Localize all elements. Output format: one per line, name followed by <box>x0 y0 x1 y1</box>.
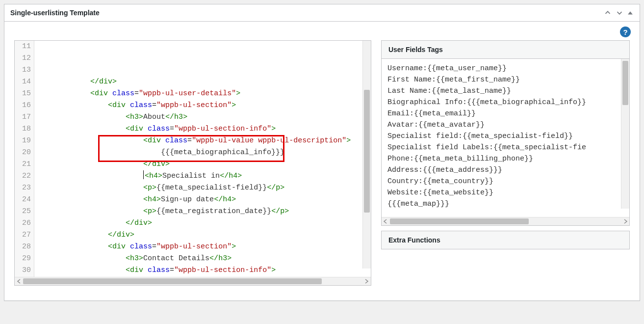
panel-title: Single-userlisting Template <box>10 9 100 17</box>
line-number: 24 <box>18 194 31 206</box>
panel-body: ? 11121314151617181920212223242526272829… <box>4 22 640 300</box>
line-number-gutter: 1112131415161718192021222324252627282930… <box>15 41 34 277</box>
line-number: 15 <box>18 88 31 100</box>
line-number: 22 <box>18 170 31 182</box>
scrollbar-thumb[interactable] <box>23 278 322 284</box>
editor-vertical-scrollbar[interactable] <box>362 41 371 269</box>
code-line[interactable]: <div class="wppb-ul-value wppb-ul-descri… <box>37 135 368 147</box>
user-fields-tags-header[interactable]: User Fields Tags <box>382 41 629 59</box>
move-up-icon[interactable] <box>603 8 612 17</box>
code-line[interactable]: <div class="wppb-ul-section"> <box>37 241 368 253</box>
code-line[interactable]: <p>{{meta_registration_date}}</p> <box>37 206 368 217</box>
template-panel: Single-userlisting Template ? 1112131415… <box>4 4 640 301</box>
help-icon[interactable]: ? <box>620 27 631 37</box>
code-line[interactable]: </div> <box>37 76 368 88</box>
scroll-left-icon[interactable] <box>15 277 23 286</box>
line-number: 27 <box>18 229 31 241</box>
field-tag-line[interactable]: {{{meta_map}}} <box>387 198 629 210</box>
line-number: 23 <box>18 182 31 194</box>
field-tag-line[interactable]: Address:{{{meta_address}}} <box>387 164 629 176</box>
field-tag-line[interactable]: Specialist field:{{meta_specialist-field… <box>387 131 629 142</box>
code-line[interactable]: <p>{{meta_specialist-field}}</p> <box>37 182 368 194</box>
line-number: 28 <box>18 241 31 253</box>
code-line[interactable]: </div> <box>37 217 368 229</box>
editor-horizontal-scrollbar[interactable] <box>15 277 371 285</box>
code-line[interactable]: <h4>Sign-up date</h4> <box>37 194 368 206</box>
code-line[interactable]: <div class="wppb-ul-section-info"> <box>37 123 368 135</box>
line-number: 30 <box>18 265 31 276</box>
line-number: 20 <box>18 147 31 159</box>
field-tag-line[interactable]: Biographical Info:{{{meta_biographical_i… <box>387 97 629 108</box>
line-number: 19 <box>18 135 31 147</box>
line-number: 21 <box>18 159 31 170</box>
user-fields-tags-body[interactable]: Username:{{meta_user_name}}First Name:{{… <box>382 59 629 217</box>
field-tag-line[interactable]: First Name:{{meta_first_name}} <box>387 74 629 85</box>
tags-horizontal-scrollbar[interactable] <box>382 217 629 225</box>
scroll-right-icon[interactable] <box>362 277 371 286</box>
code-line[interactable]: <div class="wppb-ul-section-info"> <box>37 265 368 276</box>
scroll-right-icon[interactable] <box>621 217 629 226</box>
line-number: 18 <box>18 123 31 135</box>
code-body[interactable]: </div> <div class="wppb-ul-user-details"… <box>34 41 371 277</box>
line-number: 11 <box>18 41 31 53</box>
field-tag-line[interactable]: Email:{{meta_email}} <box>387 108 629 119</box>
code-line[interactable]: {{{meta_biographical_info}}} <box>37 147 368 159</box>
line-number: 26 <box>18 217 31 229</box>
field-tag-line[interactable]: Avatar:{{meta_avatar}} <box>387 119 629 131</box>
tags-vertical-scrollbar[interactable] <box>621 59 629 209</box>
field-tag-line[interactable]: Country:{{meta_country}} <box>387 176 629 187</box>
code-line[interactable]: <div class="wppb-ul-user-details"> <box>37 88 368 100</box>
scrollbar-thumb[interactable] <box>622 61 628 105</box>
collapse-toggle-icon[interactable] <box>627 9 634 16</box>
user-fields-tags-panel: User Fields Tags Username:{{meta_user_na… <box>381 40 630 226</box>
field-tag-line[interactable]: Specialist field Labels:{{meta_specialis… <box>387 142 629 153</box>
code-line[interactable]: <h3>About</h3> <box>37 111 368 123</box>
field-tag-line[interactable]: Phone:{{meta_meta_billing_phone}} <box>387 153 629 164</box>
extra-functions-panel: Extra Functions <box>381 231 630 249</box>
scrollbar-thumb[interactable] <box>390 218 529 224</box>
line-number: 12 <box>18 53 31 64</box>
line-number: 25 <box>18 206 31 217</box>
field-tag-line[interactable]: Username:{{meta_user_name}} <box>387 63 629 74</box>
code-line[interactable]: <h3>Contact Details</h3> <box>37 253 368 265</box>
code-line[interactable]: <h4>Specialist in</h4> <box>37 170 368 182</box>
field-tag-line[interactable]: Website:{{meta_website}} <box>387 187 629 198</box>
scroll-left-icon[interactable] <box>382 217 390 226</box>
move-down-icon[interactable] <box>615 8 624 17</box>
scrollbar-thumb[interactable] <box>364 90 370 213</box>
panel-header-controls <box>603 8 634 17</box>
line-number: 17 <box>18 111 31 123</box>
line-number: 16 <box>18 100 31 111</box>
panel-header: Single-userlisting Template <box>4 4 640 22</box>
field-tag-line[interactable]: Last Name:{{meta_last_name}} <box>387 85 629 97</box>
line-number: 13 <box>18 64 31 76</box>
code-line[interactable]: </div> <box>37 159 368 170</box>
line-number: 29 <box>18 253 31 265</box>
extra-functions-header[interactable]: Extra Functions <box>382 231 629 249</box>
code-editor[interactable]: 1112131415161718192021222324252627282930… <box>14 40 371 286</box>
code-line[interactable]: </div> <box>37 229 368 241</box>
line-number: 14 <box>18 76 31 88</box>
code-line[interactable]: <div class="wppb-ul-section"> <box>37 100 368 111</box>
